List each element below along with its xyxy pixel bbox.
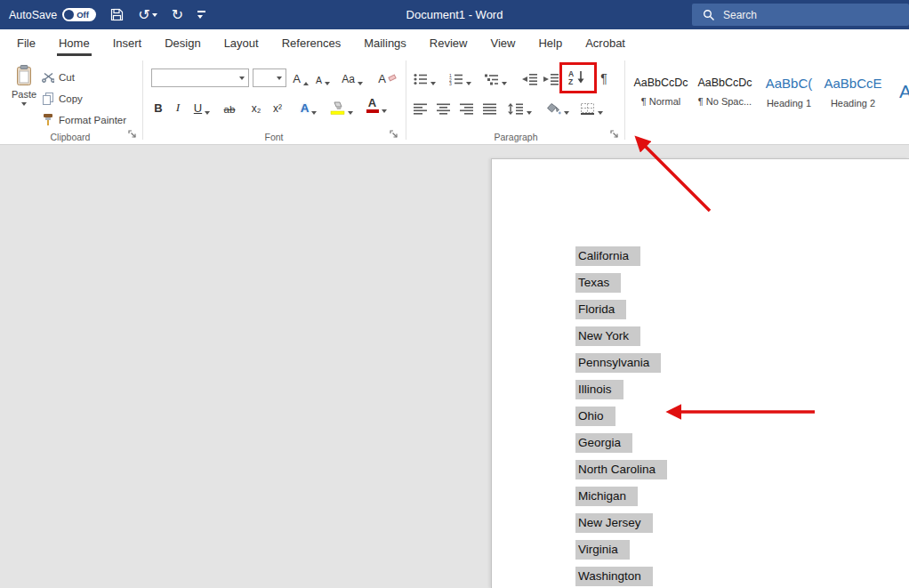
- chevron-down-icon: [502, 82, 507, 85]
- multilevel-list-button[interactable]: [482, 68, 509, 87]
- paste-button[interactable]: Paste: [7, 65, 41, 133]
- style-preview: AaBbC(: [766, 76, 813, 91]
- eraser-icon: [388, 75, 396, 82]
- document-area: California Texas Florida New York Pennsy…: [0, 145, 909, 588]
- document-page[interactable]: California Texas Florida New York Pennsy…: [491, 158, 909, 588]
- selected-line-text[interactable]: Washington: [575, 567, 653, 586]
- justify-icon: [483, 103, 497, 115]
- selected-line-text[interactable]: California: [575, 246, 640, 266]
- chevron-down-icon: [311, 111, 317, 115]
- increase-indent-button[interactable]: [541, 68, 560, 87]
- save-icon: [110, 8, 124, 21]
- tab-help[interactable]: Help: [527, 29, 574, 56]
- style-normal[interactable]: AaBbCcDc ¶ Normal: [631, 63, 690, 120]
- align-right-button[interactable]: [457, 97, 477, 117]
- line-spacing-button[interactable]: [505, 97, 534, 117]
- tab-acrobat[interactable]: Acrobat: [574, 29, 637, 56]
- align-left-button[interactable]: [411, 97, 430, 117]
- redo-button[interactable]: ↻: [172, 8, 183, 22]
- chevron-down-icon: [348, 111, 353, 115]
- copy-button[interactable]: Copy: [42, 89, 83, 108]
- selected-line-text[interactable]: Illinois: [575, 380, 623, 399]
- tab-home[interactable]: Home: [47, 29, 101, 56]
- font-name-select[interactable]: [151, 68, 249, 87]
- clipboard-dialog-launcher[interactable]: [128, 128, 137, 141]
- undo-button[interactable]: ↺: [138, 8, 157, 22]
- font-dialog-launcher[interactable]: [390, 128, 398, 141]
- style-no-spacing[interactable]: AaBbCcDc ¶ No Spac...: [696, 63, 754, 120]
- font-color-icon: A: [366, 98, 379, 113]
- clear-formatting-button[interactable]: A: [375, 68, 398, 87]
- chevron-down-icon: [564, 111, 569, 115]
- selected-line-text[interactable]: Florida: [575, 300, 626, 319]
- text-line: Washington: [575, 567, 667, 588]
- style-heading-1[interactable]: AaBbC( Heading 1: [760, 63, 818, 120]
- tab-file[interactable]: File: [5, 29, 47, 56]
- selected-line-text[interactable]: Pennsylvania: [575, 353, 661, 373]
- customize-quick-access-button[interactable]: [197, 11, 205, 19]
- justify-button[interactable]: [480, 97, 500, 117]
- tab-mailings[interactable]: Mailings: [352, 29, 418, 56]
- italic-button[interactable]: I: [171, 97, 185, 117]
- paragraph-dialog-launcher[interactable]: [610, 128, 619, 141]
- strikethrough-label: ab: [224, 104, 236, 115]
- svg-text:Z: Z: [568, 77, 573, 85]
- selected-line-text[interactable]: New Jersey: [575, 513, 653, 533]
- text-highlight-color-button[interactable]: [327, 97, 356, 117]
- bullets-button[interactable]: [411, 68, 438, 87]
- paintbrush-icon: [42, 113, 54, 127]
- decrease-indent-button[interactable]: [519, 68, 539, 87]
- selected-line-text[interactable]: New York: [575, 326, 640, 346]
- selected-line-text[interactable]: Georgia: [575, 433, 632, 453]
- selected-line-text[interactable]: North Carolina: [575, 460, 667, 479]
- autosave-toggle[interactable]: AutoSave Off: [9, 8, 96, 21]
- subscript-button[interactable]: x₂: [246, 97, 266, 117]
- tab-design[interactable]: Design: [153, 29, 212, 56]
- sort-button[interactable]: A Z: [566, 67, 587, 86]
- clipboard-group-label: Clipboard: [0, 132, 141, 142]
- save-button[interactable]: [110, 8, 124, 21]
- decrease-font-label: A: [316, 75, 322, 85]
- clipboard-icon: [15, 65, 33, 86]
- ribbon: Paste Cut Copy: [0, 56, 909, 145]
- increase-font-size-button[interactable]: A: [291, 68, 310, 87]
- group-divider: [624, 60, 625, 140]
- change-case-button[interactable]: Aa: [338, 68, 366, 87]
- selected-line-text[interactable]: Michigan: [575, 487, 638, 506]
- tab-review[interactable]: Review: [418, 29, 479, 56]
- superscript-button[interactable]: x²: [268, 97, 287, 117]
- show-formatting-marks-button[interactable]: ¶: [596, 68, 612, 87]
- decrease-indent-icon: [522, 73, 537, 85]
- selected-line-text[interactable]: Virginia: [575, 540, 630, 560]
- chevron-down-icon: [239, 77, 245, 80]
- tab-view[interactable]: View: [479, 29, 527, 56]
- tab-insert[interactable]: Insert: [101, 29, 154, 56]
- shading-button[interactable]: [544, 97, 571, 117]
- text-effects-button[interactable]: A: [295, 97, 322, 117]
- decrease-font-size-button[interactable]: A: [313, 68, 333, 87]
- selected-line-text[interactable]: Ohio: [575, 407, 615, 426]
- font-color-label: A: [368, 98, 376, 109]
- superscript-label: x²: [273, 102, 282, 115]
- underline-label: U: [194, 101, 202, 115]
- bold-button[interactable]: B: [150, 97, 166, 117]
- numbering-button[interactable]: 1 2 3: [446, 68, 473, 87]
- cut-button[interactable]: Cut: [42, 68, 75, 86]
- tab-layout[interactable]: Layout: [213, 29, 270, 56]
- font-color-button[interactable]: A: [361, 95, 391, 115]
- borders-button[interactable]: [578, 97, 605, 117]
- search-box[interactable]: Search: [692, 4, 909, 26]
- font-size-select[interactable]: [253, 68, 286, 87]
- underline-button[interactable]: U: [189, 97, 214, 117]
- strikethrough-button[interactable]: ab: [220, 97, 239, 117]
- svg-text:3: 3: [449, 81, 452, 85]
- style-preview: AaBbCcDc: [633, 77, 688, 89]
- align-center-button[interactable]: [434, 97, 454, 117]
- selected-line-text[interactable]: Texas: [575, 273, 621, 293]
- tab-references[interactable]: References: [270, 29, 352, 56]
- format-painter-label: Format Painter: [59, 115, 126, 125]
- style-partial[interactable]: A: [888, 63, 909, 120]
- align-right-icon: [460, 103, 474, 115]
- format-painter-button[interactable]: Format Painter: [42, 110, 126, 129]
- style-heading-2[interactable]: AaBbCcE Heading 2: [824, 63, 882, 120]
